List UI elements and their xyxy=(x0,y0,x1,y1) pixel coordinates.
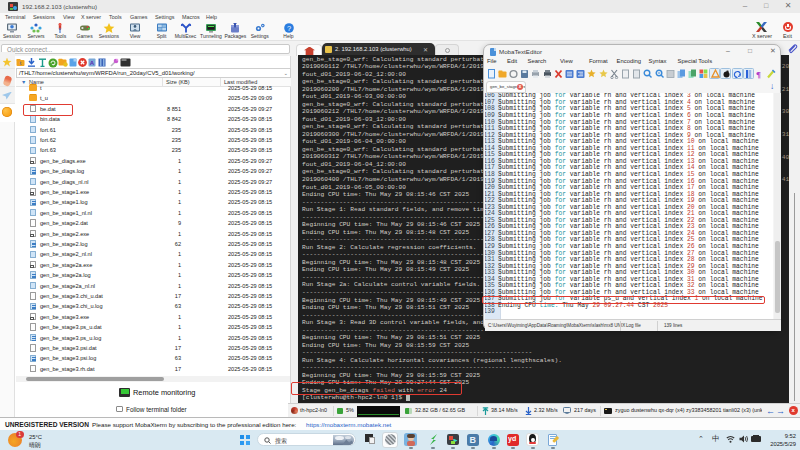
svg-text:?: ? xyxy=(286,24,290,33)
svg-text:A: A xyxy=(90,60,95,66)
svg-text:¶: ¶ xyxy=(756,69,761,79)
